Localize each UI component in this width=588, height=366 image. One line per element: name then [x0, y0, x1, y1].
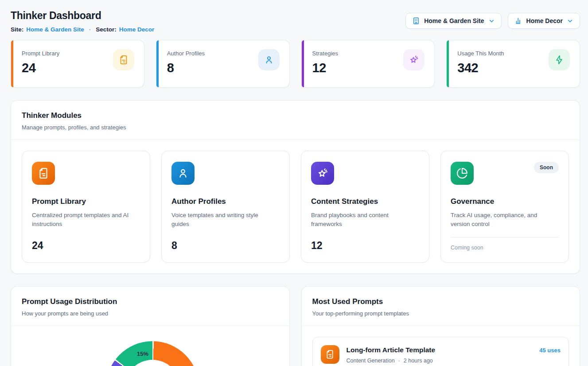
module-description: Voice templates and writing style guides — [171, 211, 274, 229]
stat-card-author-profiles[interactable]: Author Profiles 8 — [156, 40, 290, 88]
stat-card-usage[interactable]: Usage This Month 342 — [446, 40, 580, 88]
prompt-item-title: Long-form Article Template — [347, 346, 436, 354]
module-description: Centralized prompt templates and AI inst… — [32, 211, 135, 229]
dashboard-page: Thinker Dashboard Site: Home & Garden Si… — [0, 0, 588, 366]
site-link[interactable]: Home & Garden Site — [26, 26, 84, 33]
module-count: 12 — [311, 240, 419, 252]
prompts-panel-subtitle: Your top-performing prompt templates — [312, 310, 569, 317]
header-selectors: Home & Garden Site Home Decor — [405, 13, 580, 29]
user-icon — [258, 49, 280, 70]
donut-hole — [125, 360, 180, 366]
usage-donut: 15% — [106, 341, 199, 366]
pie-chart-icon — [451, 162, 474, 185]
module-title: Prompt Library — [32, 197, 140, 206]
building-icon — [412, 17, 420, 25]
site-label: Site: — [11, 26, 23, 33]
module-card-prompt-library[interactable]: Prompt Library Centralized prompt templa… — [22, 151, 150, 263]
meta-separator: · — [398, 358, 400, 364]
chevron-down-icon — [488, 18, 495, 24]
module-description: Track AI usage, compliance, and version … — [451, 211, 553, 229]
module-description: Brand playbooks and content frameworks — [311, 211, 414, 229]
prompts-panel-title: Most Used Prompts — [312, 297, 569, 306]
prompt-list-item[interactable]: Long-form Article Template Content Gener… — [312, 337, 569, 366]
module-card-content-strategies[interactable]: Content Strategies Brand playbooks and c… — [301, 151, 429, 263]
prompt-time: 2 hours ago — [404, 358, 433, 364]
module-count: 8 — [171, 240, 280, 252]
thinker-modules-panel: Thinker Modules Manage prompts, profiles… — [11, 100, 580, 274]
governance-divider — [451, 237, 559, 238]
usage-panel-subtitle: How your prompts are being used — [22, 310, 279, 317]
soon-badge: Soon — [534, 162, 559, 173]
page-title: Thinker Dashboard — [11, 10, 154, 22]
document-icon — [113, 49, 134, 70]
stat-card-prompt-library[interactable]: Prompt Library 24 — [11, 40, 144, 88]
modules-panel-subtitle: Manage prompts, profiles, and strategies — [22, 124, 569, 131]
module-title: Governance — [451, 197, 559, 206]
header-left: Thinker Dashboard Site: Home & Garden Si… — [11, 10, 154, 33]
lightning-icon — [549, 49, 570, 70]
document-icon — [32, 162, 55, 185]
stat-card-strategies[interactable]: Strategies 12 — [301, 40, 435, 88]
module-title: Content Strategies — [311, 197, 419, 206]
prompt-uses-badge: 45 uses — [539, 347, 561, 354]
sector-selector-dropdown[interactable]: Home Decor — [508, 13, 580, 29]
modules-panel-title: Thinker Modules — [22, 111, 569, 120]
modules-grid: Prompt Library Centralized prompt templa… — [11, 140, 580, 273]
chevron-down-icon — [567, 18, 573, 24]
stats-row: Prompt Library 24 Author Profiles 8 Stra… — [11, 40, 580, 88]
coming-soon-text: Coming soon — [451, 245, 559, 251]
usage-panel-header: Prompt Usage Distribution How your promp… — [11, 287, 289, 326]
module-card-author-profiles[interactable]: Author Profiles Voice templates and writ… — [161, 151, 290, 263]
usage-panel-title: Prompt Usage Distribution — [22, 297, 279, 306]
sector-selector-value: Home Decor — [526, 17, 563, 24]
modules-panel-header: Thinker Modules Manage prompts, profiles… — [11, 101, 580, 140]
site-selector-value: Home & Garden Site — [424, 17, 484, 24]
prompt-item-meta: Content Generation · 2 hours ago — [347, 358, 436, 364]
prompts-panel-header: Most Used Prompts Your top-performing pr… — [302, 287, 580, 326]
meta-separator: · — [89, 26, 91, 33]
bottom-row: Prompt Usage Distribution How your promp… — [11, 286, 580, 366]
sparkle-star-icon — [311, 162, 334, 185]
breadcrumb: Site: Home & Garden Site · Sector: Home … — [11, 26, 154, 33]
user-icon — [171, 162, 195, 185]
sparkle-star-icon — [403, 49, 424, 70]
most-used-prompts-panel: Most Used Prompts Your top-performing pr… — [301, 286, 580, 366]
module-count: 24 — [32, 240, 140, 252]
site-selector-dropdown[interactable]: Home & Garden Site — [405, 13, 501, 29]
sector-link[interactable]: Home Decor — [119, 26, 155, 33]
prompt-item-body: Long-form Article Template Content Gener… — [347, 345, 436, 364]
bar-chart-icon — [514, 17, 522, 25]
prompt-usage-panel: Prompt Usage Distribution How your promp… — [11, 286, 290, 366]
module-title: Author Profiles — [171, 197, 280, 206]
donut-segment-label: 15% — [137, 350, 148, 357]
prompt-category: Content Generation — [347, 358, 395, 364]
document-icon — [321, 345, 339, 364]
sector-label: Sector: — [96, 26, 117, 33]
header: Thinker Dashboard Site: Home & Garden Si… — [11, 10, 580, 33]
module-card-governance[interactable]: Soon Governance Track AI usage, complian… — [440, 151, 569, 263]
